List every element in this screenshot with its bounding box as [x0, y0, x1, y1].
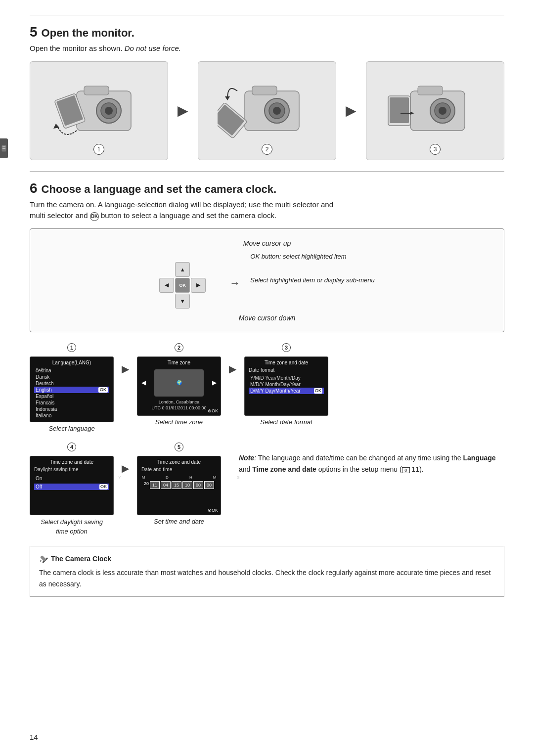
screen5-box: Time zone and date Date and time Y M D H… — [137, 456, 221, 515]
arrow-1-2: ▶ — [178, 102, 188, 119]
monitor-image-1: 1 — [30, 61, 168, 160]
clock-note-text: The camera clock is less accurate than m… — [39, 567, 495, 589]
camera-svg-1 — [49, 76, 148, 145]
screen1-dansk: Dansk — [34, 374, 109, 380]
step-circle-2: 2 — [262, 144, 272, 155]
callout-top: Move cursor up — [243, 239, 291, 247]
screen1-cesk: čeština — [34, 367, 109, 374]
svg-rect-17 — [418, 86, 443, 95]
note-label: Note: — [239, 454, 256, 462]
arrow-s2-s3: ▶ — [229, 363, 236, 375]
tf-day: 15 — [172, 481, 181, 489]
note-text1: The language and date/time can be change… — [258, 454, 463, 462]
dpad-up[interactable]: ▲ — [175, 262, 190, 277]
step5-number: 5 — [30, 24, 38, 40]
bookmark-icon — [1, 144, 7, 152]
screen3-dmy: D/M/Y Day/Month/YearOK — [249, 388, 324, 394]
page-number: 14 — [30, 733, 38, 741]
screen3-mdy: M/D/Y Month/Day/Year — [249, 381, 324, 388]
dpad-right[interactable]: ▶ — [191, 278, 206, 293]
screen3-subtitle: Date format — [249, 367, 324, 373]
screen1-caption: Select language — [48, 425, 94, 433]
screen2-utc: UTC 0 01/01/2011 00:00:00 — [141, 405, 217, 410]
svg-rect-1 — [84, 86, 109, 95]
clock-note-box: The Camera Clock The camera clock is les… — [30, 546, 504, 597]
dpad: ▲ ◀ OK ▶ ▼ — [159, 262, 206, 309]
callout-labels: OK button: select highlighted item Selec… — [250, 252, 374, 285]
svg-point-4 — [105, 107, 113, 115]
section-divider — [30, 171, 504, 172]
screen5-item: 5 Time zone and date Date and time Y M D… — [137, 443, 221, 526]
top-divider — [30, 15, 504, 15]
note-lang-bold: Language — [463, 454, 496, 462]
step6-number: 6 — [30, 180, 38, 196]
dialog-center: ▲ ◀ OK ▶ ▼ → OK button: select highlight… — [45, 252, 489, 309]
screen5-time-row: 20 11 04 15 10 00 00 — [141, 481, 217, 489]
screen4-box: Time zone and date Daylight saving time … — [30, 456, 114, 515]
screen4-off: OffOK — [34, 484, 109, 490]
dpad-empty-tr — [191, 262, 206, 277]
screen3-item: 3 Time zone and date Date format Y/M/D Y… — [244, 343, 328, 427]
tf-min: 00 — [193, 481, 203, 489]
screen5-caption: Set time and date — [154, 518, 204, 526]
screen1-item: 1 Language(LANG) čeština Dansk Deutsch E… — [30, 343, 114, 433]
screen2-caption: Select time zone — [155, 418, 203, 427]
screen4-subtitle: Daylight saving time — [34, 467, 109, 472]
screen3-caption: Select date format — [260, 418, 312, 427]
screens-row-2: 4 Time zone and date Daylight saving tim… — [30, 443, 504, 535]
step-circle-3: 3 — [430, 144, 441, 155]
step6-title: Choose a language and set the camera clo… — [42, 183, 277, 196]
screen2-title: Time zone — [141, 360, 217, 365]
screen5-circle: 5 — [175, 443, 183, 451]
screen4-on: On — [34, 475, 109, 482]
tf-month: 04 — [161, 481, 171, 489]
note-ref: 11 — [412, 465, 420, 473]
svg-rect-22 — [390, 97, 409, 123]
camera-svg-2 — [218, 76, 316, 145]
screen4-caption: Select daylight saving time option — [41, 518, 103, 535]
step5-header: 5 Open the monitor. — [30, 24, 504, 40]
pencil-icon — [39, 554, 48, 563]
screen5-title: Time zone and date — [141, 459, 217, 465]
screen3-box: Time zone and date Date format Y/M/D Yea… — [244, 356, 328, 416]
svg-point-12 — [273, 107, 281, 115]
screen1-deutsch: Deutsch — [34, 380, 109, 387]
svg-point-20 — [439, 107, 446, 115]
screen2-item: 2 Time zone ◀ 🌍 ▶ London, Casablanca UTC… — [137, 343, 221, 427]
note-text3: options in the setup menu ( — [318, 465, 402, 473]
svg-marker-25 — [40, 560, 42, 562]
dpad-right-arrow: → — [229, 277, 240, 290]
screen1-box: Language(LANG) čeština Dansk Deutsch Eng… — [30, 356, 114, 422]
dpad-empty-tl — [159, 262, 174, 277]
left-bookmark-tab — [0, 138, 8, 158]
arrow-s1-s2: ▶ — [122, 363, 129, 375]
screen1-english: EnglishOK — [34, 387, 109, 393]
screen5-label-row: Y M D H M S — [141, 475, 217, 480]
note-box: Note: The language and date/time can be … — [234, 452, 504, 475]
callout-ok-text: OK button: select highlighted item — [250, 252, 374, 261]
screen4-circle: 4 — [67, 443, 76, 451]
tf-hour: 10 — [182, 481, 192, 489]
screen3-title: Time zone and date — [249, 360, 324, 365]
clock-note-header: The Camera Clock — [39, 553, 495, 564]
note-text2: and — [239, 465, 252, 473]
tf-sec: 00 — [204, 481, 214, 489]
callout-right-text: Select highlighted item or display sub-m… — [250, 276, 374, 285]
tf-year: 11 — [150, 481, 160, 489]
screen2-ok: ⊗OK — [208, 408, 218, 413]
step-circle-1: 1 — [93, 144, 104, 155]
step6-header: 6 Choose a language and set the camera c… — [30, 180, 504, 196]
dpad-ok[interactable]: OK — [175, 278, 190, 293]
screen1-espanol: Español — [34, 393, 109, 400]
screen1-circle: 1 — [67, 343, 76, 352]
dpad-area: ▲ ◀ OK ▶ ▼ → — [159, 262, 206, 309]
world-map: 🌍 — [154, 369, 204, 397]
screen1-francais: Francais — [34, 400, 109, 406]
dpad-down[interactable]: ▼ — [175, 294, 190, 309]
clock-note-title: The Camera Clock — [51, 553, 111, 564]
callout-bottom: Move cursor down — [239, 314, 295, 322]
screen1-indonesia: Indonesia — [34, 406, 109, 412]
step5-title: Open the monitor. — [42, 27, 134, 40]
dpad-left[interactable]: ◀ — [159, 278, 174, 293]
arrow-2-3: ▶ — [346, 102, 356, 119]
